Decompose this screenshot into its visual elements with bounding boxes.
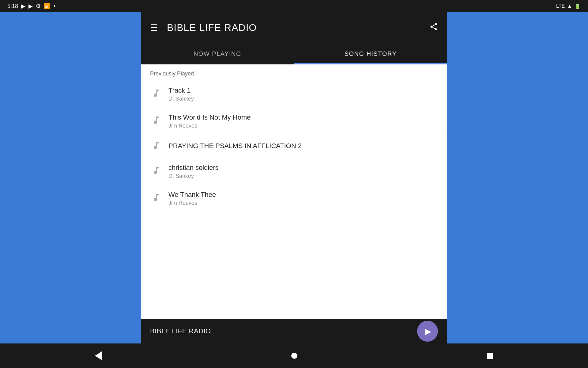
play-icon-2: ▶ bbox=[28, 3, 33, 10]
track-info: Track 1 D. Sankey bbox=[168, 86, 438, 102]
wifi-icon: 📶 bbox=[44, 3, 51, 10]
side-panel-left bbox=[0, 12, 141, 343]
track-list: Track 1 D. Sankey This World Is Not My H… bbox=[141, 81, 447, 212]
settings-icon: ⚙ bbox=[36, 3, 41, 10]
music-icon bbox=[150, 88, 162, 100]
app-bar: ☰ BIBLE LIFE RADIO bbox=[141, 12, 447, 43]
player-bar: BIBLE LIFE RADIO ▶ bbox=[141, 319, 447, 343]
tab-now-playing[interactable]: NOW PLAYING bbox=[141, 43, 294, 64]
music-icon bbox=[150, 193, 162, 205]
content-area: Previously Played Track 1 D. Sankey bbox=[141, 64, 447, 319]
time-display: 5:18 bbox=[7, 3, 18, 10]
list-item: Track 1 D. Sankey bbox=[141, 81, 447, 108]
track-title: PRAYING THE PSALMS IN AFFLICATION 2 bbox=[168, 142, 438, 150]
track-artist: Jim Reeves bbox=[168, 200, 438, 206]
status-right: LTE ▲ 🔋 bbox=[556, 3, 581, 9]
music-icon bbox=[150, 166, 162, 178]
track-info: PRAYING THE PSALMS IN AFFLICATION 2 bbox=[168, 142, 438, 151]
main-container: ☰ BIBLE LIFE RADIO NOW PLAYING SONG HIST… bbox=[141, 12, 447, 343]
lte-label: LTE bbox=[556, 3, 565, 9]
recents-icon bbox=[487, 353, 493, 359]
back-button[interactable] bbox=[95, 351, 102, 360]
nav-bar bbox=[0, 343, 588, 368]
side-panel-right bbox=[447, 12, 588, 343]
tabs-bar: NOW PLAYING SONG HISTORY bbox=[141, 43, 447, 64]
home-icon bbox=[291, 353, 297, 359]
home-button[interactable] bbox=[291, 353, 297, 359]
track-title: This World Is Not My Home bbox=[168, 113, 438, 121]
back-icon bbox=[95, 351, 102, 360]
tab-song-history[interactable]: SONG HISTORY bbox=[294, 43, 447, 64]
dot-indicator: • bbox=[54, 3, 55, 10]
play-icon-1: ▶ bbox=[21, 3, 25, 10]
share-icon[interactable] bbox=[429, 22, 438, 33]
battery-icon: 🔋 bbox=[575, 3, 581, 9]
track-title: Track 1 bbox=[168, 86, 438, 94]
player-title: BIBLE LIFE RADIO bbox=[150, 327, 211, 335]
list-item: christian soldiers D. Sankey bbox=[141, 158, 447, 185]
list-item: This World Is Not My Home Jim Reeves bbox=[141, 108, 447, 135]
hamburger-menu-icon[interactable]: ☰ bbox=[150, 23, 158, 33]
app-title: BIBLE LIFE RADIO bbox=[167, 22, 257, 33]
track-title: We Thank Thee bbox=[168, 191, 438, 199]
track-info: christian soldiers D. Sankey bbox=[168, 164, 438, 179]
track-artist: D. Sankey bbox=[168, 96, 438, 102]
track-title: christian soldiers bbox=[168, 164, 438, 172]
status-left: 5:18 ▶ ▶ ⚙ 📶 • bbox=[7, 3, 55, 10]
play-button[interactable]: ▶ bbox=[417, 321, 438, 342]
track-artist: D. Sankey bbox=[168, 173, 438, 179]
list-item: We Thank Thee Jim Reeves bbox=[141, 185, 447, 212]
recents-button[interactable] bbox=[487, 353, 493, 359]
music-icon bbox=[150, 115, 162, 127]
track-info: This World Is Not My Home Jim Reeves bbox=[168, 113, 438, 129]
music-icon bbox=[150, 140, 162, 152]
signal-icon: ▲ bbox=[567, 3, 572, 9]
app-bar-left: ☰ BIBLE LIFE RADIO bbox=[150, 22, 257, 33]
section-label: Previously Played bbox=[141, 64, 447, 81]
list-item: PRAYING THE PSALMS IN AFFLICATION 2 bbox=[141, 135, 447, 158]
track-info: We Thank Thee Jim Reeves bbox=[168, 191, 438, 206]
status-bar: 5:18 ▶ ▶ ⚙ 📶 • LTE ▲ 🔋 bbox=[0, 0, 588, 12]
play-button-icon: ▶ bbox=[425, 326, 432, 336]
track-artist: Jim Reeves bbox=[168, 123, 438, 129]
